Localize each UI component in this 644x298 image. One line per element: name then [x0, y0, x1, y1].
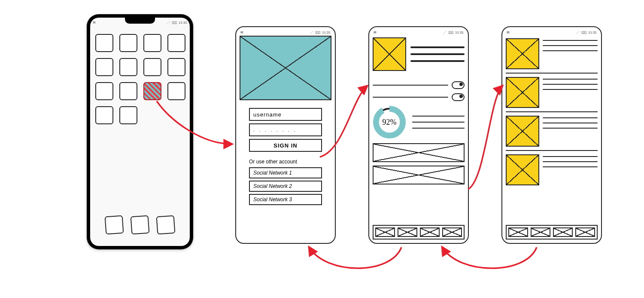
signal-icon: ▯▯▯: [448, 31, 453, 34]
tab-item[interactable]: [442, 227, 462, 237]
app-icon[interactable]: [143, 34, 161, 52]
phone-login-screen: ✉ ⋰ ▯▯▯ 11:31 username . . . . . . . . S…: [235, 26, 336, 244]
toggle-switch[interactable]: [452, 81, 465, 89]
dock-icon[interactable]: [105, 215, 124, 235]
setting-line: [373, 85, 448, 86]
social-login-button[interactable]: Social Network 2: [249, 181, 322, 192]
clock-label: 11:31: [179, 21, 187, 25]
username-field[interactable]: username: [249, 108, 322, 121]
clock-label: 11:31: [322, 31, 331, 34]
app-icon[interactable]: [119, 82, 137, 100]
gauge-value: 92%: [373, 118, 406, 127]
phone-home-screen: ✉ ⋰ ▯▯▯ 11:31: [87, 14, 193, 249]
phone-list-screen: ✉ ⋰ ▯▯▯ 11:31: [501, 26, 602, 244]
app-icon[interactable]: [95, 82, 113, 100]
thumbnail-placeholder: [506, 154, 539, 185]
wifi-icon: ⋰: [443, 31, 447, 34]
wireframe-flow-diagram: ✉ ⋰ ▯▯▯ 11:31: [0, 0, 644, 298]
stat-text-lines: [412, 116, 465, 129]
app-icon[interactable]: [95, 58, 113, 76]
status-bar: ✉ ⋰ ▯▯▯ 11:31: [506, 30, 598, 36]
app-icon[interactable]: [95, 106, 113, 124]
phone-dashboard-screen: ✉ ⋰ ▯▯▯ 11:31: [368, 26, 469, 244]
app-icon[interactable]: [167, 58, 185, 76]
app-icon[interactable]: [119, 58, 137, 76]
status-bar: ✉ ⋰ ▯▯▯ 11:31: [240, 30, 331, 36]
list-item[interactable]: [506, 74, 598, 112]
or-use-other-label: Or use other account: [249, 159, 322, 165]
tab-item[interactable]: [420, 227, 440, 237]
list-item[interactable]: [506, 151, 598, 189]
item-text-lines: [543, 38, 598, 69]
social-login-button[interactable]: Social Network 1: [249, 167, 322, 178]
item-text-lines: [543, 116, 598, 147]
signal-icon: ▯▯▯: [172, 21, 177, 25]
tab-item[interactable]: [553, 227, 573, 237]
header-text-lines: [410, 37, 465, 71]
app-icon[interactable]: [119, 106, 137, 124]
dock: [90, 216, 190, 234]
tab-bar: [506, 225, 598, 240]
content-placeholder[interactable]: [373, 143, 465, 162]
thumbnail-placeholder: [506, 116, 539, 147]
app-icon[interactable]: [167, 82, 185, 100]
thumbnail-placeholder: [506, 77, 539, 108]
app-icon-selected[interactable]: [143, 82, 161, 100]
profile-image-placeholder: [373, 37, 406, 71]
mail-icon: ✉: [240, 31, 243, 34]
tab-item[interactable]: [575, 227, 595, 237]
password-mask: . . . . . . . .: [253, 128, 297, 132]
thumbnail-placeholder: [506, 38, 539, 69]
content-placeholder[interactable]: [373, 166, 465, 184]
hero-image-placeholder: [240, 36, 331, 100]
tab-item[interactable]: [531, 227, 550, 237]
tab-item[interactable]: [508, 227, 528, 237]
tab-item[interactable]: [375, 227, 395, 237]
dock-icon[interactable]: [156, 215, 176, 235]
setting-line: [373, 97, 448, 98]
tab-bar: [373, 225, 465, 240]
app-icon-grid: [95, 34, 185, 124]
status-bar: ✉ ⋰ ▯▯▯ 11:31: [373, 30, 465, 36]
wifi-icon: ⋰: [310, 31, 313, 34]
list-item[interactable]: [506, 112, 598, 151]
clock-label: 11:31: [455, 31, 464, 34]
app-icon[interactable]: [119, 34, 137, 52]
clock-label: 11:31: [588, 31, 597, 34]
social-login-button[interactable]: Social Network 3: [249, 194, 322, 205]
signal-icon: ▯▯▯: [581, 31, 586, 34]
item-text-lines: [543, 154, 598, 185]
tab-item[interactable]: [398, 227, 417, 237]
wifi-icon: ⋰: [167, 21, 170, 25]
sign-in-button[interactable]: SIGN IN: [249, 139, 322, 152]
password-field[interactable]: . . . . . . . .: [249, 123, 322, 136]
username-placeholder: username: [253, 111, 282, 118]
list-item[interactable]: [506, 37, 598, 74]
progress-gauge: 92%: [373, 105, 406, 139]
app-icon[interactable]: [95, 34, 113, 52]
signal-icon: ▯▯▯: [315, 31, 320, 34]
mail-icon: ✉: [507, 31, 510, 34]
app-icon[interactable]: [167, 34, 185, 52]
mail-icon: ✉: [374, 31, 377, 34]
dock-icon[interactable]: [131, 215, 150, 235]
toggle-switch[interactable]: [452, 93, 465, 101]
app-icon[interactable]: [143, 58, 161, 76]
item-text-lines: [543, 77, 598, 108]
status-bar: ✉ ⋰ ▯▯▯ 11:31: [93, 19, 187, 25]
mail-icon: ✉: [93, 21, 96, 25]
wifi-icon: ⋰: [576, 31, 580, 34]
